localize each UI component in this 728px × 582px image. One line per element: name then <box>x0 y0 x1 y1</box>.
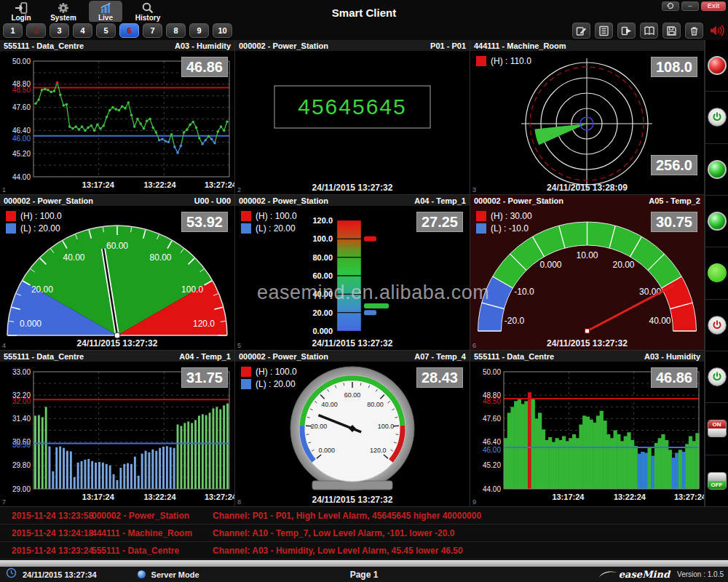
alarm-scrollbar[interactable] <box>0 560 728 567</box>
panel-3-radar[interactable]: 444111 - Machine_Room(H) : 110.0108.0256… <box>470 40 705 195</box>
power-button-red[interactable] <box>708 316 727 335</box>
panel-header: 555111 - Data_CentreA03 - Humidity <box>470 351 704 362</box>
alarm-message: Channel: A03 - Humidity, Low Level Alarm… <box>213 546 463 556</box>
station-label: 000002 - Power_Station <box>474 196 563 205</box>
speaker-icon[interactable] <box>708 23 727 39</box>
panel-body: 33.0032.2032.0031.4030.6030.5029.8029.00… <box>0 362 234 506</box>
svg-text:60.00: 60.00 <box>344 391 361 399</box>
alarm-row[interactable]: 2015-11-24 13:24:18444111 - Machine_Room… <box>0 525 728 542</box>
svg-text:45645645: 45645645 <box>298 95 406 119</box>
side-cell <box>705 351 728 403</box>
panel-timestamp: 24/11/2015 13:27:32 <box>470 338 704 348</box>
alarm-message: Channel: A10 - Temp_7, Low Level Alarm, … <box>213 528 454 538</box>
svg-text:20.00: 20.00 <box>31 284 53 295</box>
svg-text:33.00: 33.00 <box>12 368 31 376</box>
on-button[interactable]: ON <box>708 420 727 437</box>
power-button-green[interactable] <box>708 367 727 386</box>
indicator-button-green[interactable] <box>708 160 727 179</box>
panel-timestamp: 24/11/2015 13:27:32 <box>235 183 470 193</box>
tab-8[interactable]: 8 <box>166 23 186 38</box>
minimize-button[interactable]: – <box>681 1 699 11</box>
save-icon[interactable] <box>662 23 681 39</box>
edit-icon[interactable] <box>572 23 590 39</box>
side-button-strip: ONOFF <box>705 40 728 507</box>
panel-body: 120.0100.080.0060.0040.0020.000.000(H) :… <box>235 206 470 350</box>
legend-swatch <box>241 367 251 377</box>
alarm-station: 000002 - Power_Station <box>92 511 213 521</box>
refresh-button[interactable] <box>662 1 679 11</box>
legend-swatch <box>476 211 486 221</box>
tab-2[interactable]: 2 <box>26 23 46 38</box>
alarm-row[interactable]: 2015-11-24 13:23:58000002 - Power_Statio… <box>0 507 728 525</box>
legend-item: (H) : 100.0 <box>241 211 297 221</box>
legend-swatch <box>241 223 251 234</box>
tabbar: 12345678910 <box>0 22 728 40</box>
panel-body: 0.00020.0040.0060.0080.00100.0120.0(H) :… <box>0 206 234 350</box>
svg-text:120.0: 120.0 <box>193 319 215 329</box>
tab-5[interactable]: 5 <box>96 23 116 38</box>
svg-text:46.00: 46.00 <box>483 446 501 454</box>
panel-8-gauge_speedo[interactable]: 000002 - Power_StationA07 - Temp_40.0002… <box>235 351 470 507</box>
channel-label: A04 - Temp_1 <box>179 352 231 361</box>
tab-1[interactable]: 1 <box>3 23 23 38</box>
panel-4-gauge_pie[interactable]: 000002 - Power_StationU00 - U000.00020.0… <box>0 195 235 351</box>
panel-number: 5 <box>237 342 241 349</box>
legend-item: (L) : 20.00 <box>241 223 297 234</box>
svg-text:29.80: 29.80 <box>12 461 31 469</box>
statusbar: 24/11/2015 13:27:34 Server Mode Page 1 e… <box>0 567 728 582</box>
list-icon[interactable] <box>595 23 613 39</box>
version-label: Version : 1.0.5 <box>677 570 724 578</box>
svg-text:50.00: 50.00 <box>483 368 501 376</box>
panel-body: -20.0-10.00.00010.0020.0030.0040.00(H) :… <box>470 206 704 350</box>
indicator-button-red[interactable] <box>708 56 727 75</box>
tab-10[interactable]: 10 <box>213 23 232 38</box>
svg-text:47.60: 47.60 <box>483 415 501 423</box>
tab-6[interactable]: 6 <box>119 23 139 38</box>
power-button-green[interactable] <box>708 108 727 127</box>
value-badge: 31.75 <box>181 367 228 388</box>
book-icon[interactable] <box>640 23 658 39</box>
panel-6-gauge_ring[interactable]: 000002 - Power_StationA05 - Temp_2-20.0-… <box>470 195 705 351</box>
panel-1-line[interactable]: 555111 - Data_CentreA03 - Humidity50.004… <box>0 40 235 195</box>
alarm-station: 444111 - Machine_Room <box>92 528 213 538</box>
svg-text:-20.0: -20.0 <box>505 316 525 326</box>
channel-label: P01 - P01 <box>430 41 466 50</box>
side-cell <box>705 196 728 247</box>
panel-header: 000002 - Power_StationA05 - Temp_2 <box>470 195 704 206</box>
led-indicator-green[interactable] <box>708 263 727 282</box>
panel-timestamp: 24/11/2015 13:27:32 <box>235 338 470 348</box>
value-badge: 46.86 <box>181 57 228 77</box>
legend-swatch <box>6 223 16 234</box>
panel-7-bar[interactable]: 555111 - Data_CentreA04 - Temp_133.0032.… <box>0 351 235 507</box>
svg-text:100.0: 100.0 <box>378 423 395 430</box>
panel-number: 2 <box>237 186 241 194</box>
alarm-row[interactable]: 2015-11-24 13:23:24555111 - Data_CentreC… <box>0 542 728 559</box>
value-badge: 108.0 <box>651 57 697 77</box>
tab-3[interactable]: 3 <box>50 23 69 38</box>
svg-text:44.00: 44.00 <box>12 173 31 181</box>
panel-2-digital[interactable]: 000002 - Power_StationP01 - P01456456452… <box>235 40 470 195</box>
svg-text:48.50: 48.50 <box>12 86 31 94</box>
tab-9[interactable]: 9 <box>189 23 209 38</box>
tab-7[interactable]: 7 <box>143 23 162 38</box>
side-cell <box>705 40 728 92</box>
svg-text:30.00: 30.00 <box>639 287 661 297</box>
play-icon[interactable] <box>617 23 636 39</box>
tab-4[interactable]: 4 <box>73 23 92 38</box>
indicator-button-green[interactable] <box>708 212 727 231</box>
trash-icon[interactable] <box>685 23 703 39</box>
svg-text:13:27:24: 13:27:24 <box>674 493 704 501</box>
svg-text:0.000: 0.000 <box>319 447 336 454</box>
panel-9-area[interactable]: 555111 - Data_CentreA03 - Humidity50.004… <box>470 351 705 507</box>
panel-legend: (H) : 30.00(L) : -10.0 <box>476 211 532 236</box>
off-button[interactable]: OFF <box>708 472 727 490</box>
svg-text:80.00: 80.00 <box>149 252 171 263</box>
svg-text:60.00: 60.00 <box>106 241 128 251</box>
exit-button[interactable]: Exit <box>701 1 726 11</box>
legend-swatch <box>241 379 251 389</box>
panel-timestamp: 24/11/2015 13:28:09 <box>470 183 704 193</box>
panel-number: 4 <box>2 342 6 349</box>
value-badge: 256.0 <box>651 155 697 175</box>
alarm-list[interactable]: 2015-11-24 13:23:58000002 - Power_Statio… <box>0 507 728 560</box>
panel-5-vbar[interactable]: 000002 - Power_StationA04 - Temp_1120.01… <box>235 195 470 351</box>
